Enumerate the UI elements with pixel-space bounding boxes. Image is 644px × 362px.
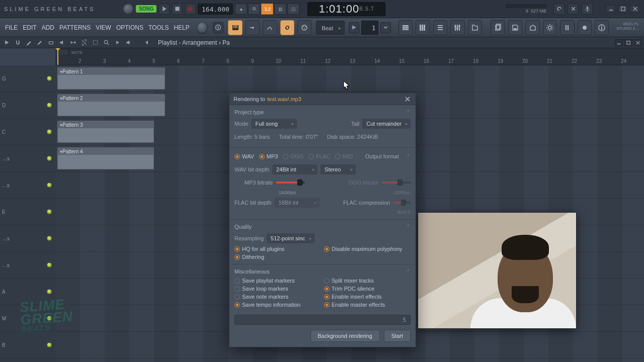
track-led-icon[interactable] bbox=[47, 343, 51, 347]
clip-menu-icon[interactable] bbox=[60, 69, 62, 74]
collapse-icon[interactable]: ⌃ bbox=[406, 153, 411, 160]
view-pianoroll-icon[interactable] bbox=[416, 20, 430, 35]
background-render-button[interactable]: Background rendering bbox=[310, 330, 380, 342]
stop-button[interactable] bbox=[172, 4, 183, 15]
track-led-icon[interactable] bbox=[47, 236, 51, 240]
pattern-clip[interactable]: Pattern 3 bbox=[57, 121, 154, 143]
wait-icon[interactable]: ⧉ bbox=[248, 4, 260, 15]
midi-icon[interactable] bbox=[297, 20, 311, 35]
overdub-icon[interactable]: ▥ bbox=[274, 4, 286, 15]
collapse-icon[interactable]: ⌃ bbox=[406, 268, 411, 275]
tool-copy-icon[interactable] bbox=[491, 20, 505, 35]
check-dithering[interactable]: Dithering bbox=[234, 254, 321, 260]
format-ogg-radio[interactable]: OGG bbox=[283, 153, 303, 159]
undo-history-icon[interactable] bbox=[553, 4, 565, 15]
ts-pencil-icon[interactable] bbox=[24, 38, 33, 47]
clip-menu-icon[interactable] bbox=[60, 96, 62, 101]
clip-menu-icon[interactable] bbox=[60, 149, 62, 154]
track-led-icon[interactable] bbox=[47, 103, 51, 107]
track-header[interactable]: D bbox=[0, 92, 55, 119]
pattern-number[interactable]: 1 bbox=[361, 21, 378, 35]
check-save-playlist-markers[interactable]: Save playlist markers bbox=[234, 278, 321, 284]
ts-mute-icon[interactable] bbox=[57, 38, 66, 47]
tool-save-icon[interactable] bbox=[508, 20, 522, 35]
check-save-tempo-information[interactable]: Save tempo information bbox=[234, 302, 321, 308]
track-led-icon[interactable] bbox=[47, 210, 51, 214]
track-header[interactable]: …s bbox=[0, 172, 55, 199]
mic-icon[interactable] bbox=[582, 4, 593, 15]
link-icon[interactable] bbox=[280, 20, 294, 35]
track-led-icon[interactable] bbox=[47, 156, 51, 160]
menu-edit[interactable]: EDIT bbox=[21, 22, 38, 33]
check-disable-maximum-polyphony[interactable]: Disable maximum polyphony bbox=[324, 246, 411, 252]
countdown-icon[interactable]: 3,2 bbox=[261, 4, 273, 15]
collapse-icon[interactable]: ⌃ bbox=[406, 109, 411, 116]
pattern-clip[interactable]: Pattern 4 bbox=[57, 147, 154, 169]
check-hq-for-all-plugins[interactable]: HQ for all plugins bbox=[234, 246, 321, 252]
track-header[interactable]: G bbox=[0, 65, 55, 92]
track-header[interactable]: …s bbox=[0, 145, 55, 172]
render-close-button[interactable] bbox=[404, 95, 412, 103]
tool-settings-icon[interactable] bbox=[543, 20, 557, 35]
ts-select-icon[interactable] bbox=[91, 38, 100, 47]
play-button[interactable] bbox=[158, 4, 170, 15]
maximize-button[interactable] bbox=[618, 5, 628, 13]
snap-icon[interactable] bbox=[263, 20, 277, 35]
tool-rec-icon[interactable] bbox=[578, 20, 592, 35]
menu-view[interactable]: VIEW bbox=[94, 22, 113, 33]
collapse-icon[interactable]: ⌃ bbox=[406, 224, 411, 230]
menu-tools[interactable]: TOOLS bbox=[146, 22, 171, 33]
view-channelrack-icon[interactable] bbox=[433, 20, 447, 35]
tempo-display[interactable]: 164.000 bbox=[198, 4, 233, 15]
channels-dropdown[interactable]: Stereo bbox=[320, 164, 356, 174]
time-counter[interactable]: 1:01:00 B.S.T bbox=[307, 2, 385, 16]
pl-close-icon[interactable] bbox=[634, 39, 642, 46]
pattern-clip[interactable]: Pattern 1 bbox=[57, 67, 165, 89]
render-mode-dropdown[interactable]: Full song bbox=[252, 119, 297, 129]
close-button[interactable] bbox=[630, 5, 640, 13]
ts-slip-icon[interactable] bbox=[68, 38, 77, 47]
ts-speaker-icon[interactable] bbox=[124, 38, 133, 47]
minimize-button[interactable] bbox=[606, 5, 616, 13]
view-playlist-icon[interactable] bbox=[398, 20, 413, 35]
tool-audio-icon[interactable] bbox=[560, 20, 574, 35]
start-render-button[interactable]: Start bbox=[384, 330, 411, 342]
menu-help[interactable]: HELP bbox=[172, 22, 191, 33]
pl-max-icon[interactable] bbox=[624, 39, 632, 46]
view-mixer-icon[interactable] bbox=[450, 20, 464, 35]
check-save-loop-markers[interactable]: Save loop markers bbox=[234, 286, 321, 292]
menu-patterns[interactable]: PATTERNS bbox=[57, 22, 93, 33]
render-tail-dropdown[interactable]: Cut remainder bbox=[362, 119, 411, 129]
ts-zoom-icon[interactable] bbox=[102, 38, 111, 47]
timeline-ruler[interactable]: NOTE 23456789101112131415161718192021222… bbox=[55, 48, 644, 65]
pl-min-icon[interactable] bbox=[615, 39, 623, 46]
track-header[interactable]: C bbox=[0, 119, 55, 145]
check-enable-master-effects[interactable]: Enable master effects bbox=[324, 302, 411, 308]
hint-knob[interactable] bbox=[123, 4, 134, 15]
snap-play-icon[interactable] bbox=[349, 22, 359, 33]
ts-play-icon[interactable] bbox=[2, 38, 11, 47]
metronome-icon[interactable]: ▲ bbox=[235, 4, 247, 15]
menu-file[interactable]: FILE bbox=[3, 22, 20, 33]
menu-options[interactable]: OPTIONS bbox=[114, 22, 145, 33]
check-trim-pdc-silence[interactable]: Trim PDC silence bbox=[324, 286, 411, 292]
track-header[interactable]: B bbox=[0, 332, 55, 358]
record-button[interactable] bbox=[185, 4, 196, 15]
track-led-icon[interactable] bbox=[47, 183, 51, 187]
mode-badge[interactable]: SONG bbox=[136, 5, 156, 13]
track-led-icon[interactable] bbox=[47, 76, 51, 80]
track-led-icon[interactable] bbox=[47, 263, 51, 267]
tool-render-icon[interactable] bbox=[525, 20, 539, 35]
clip-menu-icon[interactable] bbox=[60, 122, 62, 128]
ts-brush-icon[interactable] bbox=[35, 38, 44, 47]
check-save-note-markers[interactable]: Save note markers bbox=[234, 294, 321, 300]
format-flac-radio[interactable]: FLAC bbox=[308, 153, 330, 159]
format-mp3-radio[interactable]: MP3 bbox=[259, 153, 278, 159]
pattern-menu-icon[interactable] bbox=[380, 22, 391, 33]
pattern-clip[interactable]: Pattern 2 bbox=[57, 94, 165, 116]
ts-magnet-icon[interactable] bbox=[13, 38, 22, 47]
ts-erase-icon[interactable] bbox=[46, 38, 55, 47]
piano-roll-shortcut-icon[interactable] bbox=[228, 20, 242, 35]
track-header[interactable]: …s bbox=[0, 252, 55, 279]
hint-icon[interactable] bbox=[213, 22, 223, 33]
